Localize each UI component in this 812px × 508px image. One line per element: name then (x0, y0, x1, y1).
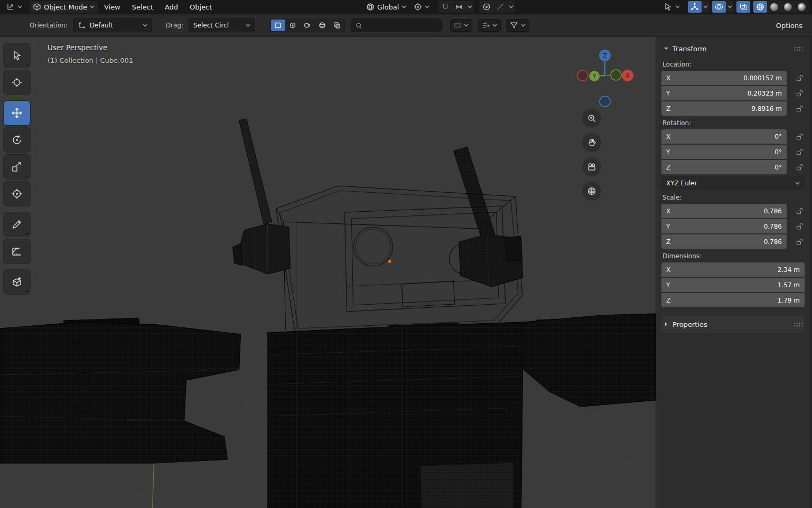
select-mode-new-button[interactable] (271, 20, 285, 31)
panel-grip-icon[interactable] (794, 46, 802, 51)
tool-add-cube[interactable] (4, 270, 30, 294)
tool-annotate[interactable] (4, 212, 30, 237)
select-mode-subtract-button[interactable] (301, 20, 315, 31)
tool-transform[interactable] (4, 182, 30, 206)
menu-view[interactable]: View (99, 2, 126, 13)
move-icon (11, 107, 23, 119)
lock-icon[interactable] (796, 89, 804, 97)
lock-icon[interactable] (796, 74, 804, 82)
location-y-row: Y 0.20323 m (661, 86, 805, 100)
tool-measure[interactable] (4, 239, 30, 264)
show-overlays-toggle[interactable] (712, 1, 726, 13)
location-z-field[interactable]: Z 9.8916 m (661, 101, 787, 116)
tool-cursor[interactable] (4, 70, 30, 95)
falloff-dropdown-arrow[interactable] (507, 5, 515, 8)
xray-group (736, 1, 751, 13)
options-button[interactable]: Options (771, 20, 808, 32)
viewport-3d[interactable]: User Perspective (1) Collection | Cube.0… (0, 37, 656, 508)
object-mode-dropdown[interactable]: Object Mode (30, 1, 98, 13)
shading-material-button[interactable] (781, 1, 795, 13)
filter-dropdown[interactable] (506, 19, 529, 32)
drag-mode-dropdown[interactable]: Select Circl (189, 18, 255, 32)
display-mode-dropdown[interactable] (478, 19, 501, 32)
select-intersect-icon (333, 22, 341, 29)
search-input[interactable] (366, 22, 437, 29)
panel-grip-icon[interactable] (794, 322, 802, 327)
dimensions-z-row: Z 1.79 m (661, 293, 805, 307)
transform-panel-title: Transform (673, 45, 707, 53)
object-visibility-dropdown[interactable] (661, 1, 683, 13)
pivot-point-dropdown[interactable] (410, 1, 433, 13)
zoom-button[interactable] (582, 109, 601, 128)
rotation-x-field[interactable]: X 0° (661, 129, 787, 144)
menu-add[interactable]: Add (160, 2, 183, 13)
rotation-label: Rotation: (662, 119, 805, 127)
lock-icon[interactable] (796, 238, 804, 246)
lock-icon[interactable] (796, 222, 804, 230)
perspective-toggle-button[interactable] (582, 182, 601, 201)
snap-toggle-button[interactable] (438, 1, 452, 13)
tool-scale[interactable] (4, 155, 30, 179)
shading-solid-button[interactable] (767, 1, 781, 13)
scale-y-field[interactable]: Y 0.786 (661, 219, 787, 233)
lock-icon[interactable] (796, 207, 804, 215)
lock-icon[interactable] (796, 105, 804, 112)
transform-orientation-dropdown[interactable]: Global (363, 1, 409, 13)
snap-settings-dropdown[interactable] (452, 1, 466, 13)
gizmo-minus-z-ball[interactable] (600, 96, 610, 107)
object-mode-label: Object Mode (44, 3, 87, 11)
menu-select[interactable]: Select (127, 2, 158, 13)
gizmo-minus-x-ball[interactable] (577, 70, 588, 81)
lock-icon[interactable] (796, 163, 804, 171)
transform-panel-header[interactable]: Transform (661, 40, 805, 57)
axis-navigation-gizmo[interactable]: Z Y X (573, 42, 639, 110)
extra-dropdown[interactable] (450, 19, 472, 32)
gizmo-y-label: Y (592, 73, 596, 80)
gizmo-minus-y-ball[interactable] (611, 70, 621, 80)
proportional-edit-toggle[interactable] (480, 1, 493, 13)
shading-mode-group (753, 1, 809, 13)
menu-object[interactable]: Object (184, 2, 217, 13)
shading-rendered-button[interactable] (795, 1, 808, 13)
rotation-z-field[interactable]: Z 0° (661, 160, 787, 174)
select-mode-invert-button[interactable] (315, 20, 330, 31)
dimensions-z-field[interactable]: Z 1.79 m (661, 293, 805, 307)
show-gizmos-group (687, 1, 710, 13)
orientation-dropdown[interactable]: Default (73, 18, 152, 32)
scale-z-field[interactable]: Z 0.786 (661, 234, 787, 249)
pan-button[interactable] (582, 133, 601, 152)
overlays-dropdown-arrow[interactable] (726, 5, 733, 8)
select-mode-extend-button[interactable] (286, 20, 300, 31)
tool-tweak-select[interactable] (4, 43, 30, 68)
viewport-nav-buttons (582, 109, 601, 201)
properties-panel-title: Properties (673, 321, 707, 328)
camera-view-button[interactable] (582, 157, 601, 176)
search-field[interactable] (351, 18, 442, 32)
shading-wireframe-button[interactable] (753, 1, 767, 13)
location-y-field[interactable]: Y 0.20323 m (661, 86, 787, 100)
dimensions-y-field[interactable]: Y 1.57 m (661, 278, 805, 292)
show-gizmos-toggle[interactable] (688, 1, 702, 13)
properties-panel-header[interactable]: Properties (661, 316, 805, 333)
location-z-row: Z 9.8916 m (661, 101, 805, 116)
gizmos-dropdown-arrow[interactable] (702, 5, 709, 8)
lock-icon[interactable] (796, 148, 804, 156)
dimensions-x-field[interactable]: X 2.34 m (661, 262, 805, 277)
wireframe-scene[interactable] (0, 37, 656, 508)
location-x-field[interactable]: X 0.000157 m (661, 71, 787, 85)
tool-settings-bar: Orientation: Default Drag: Select Circl (0, 14, 812, 37)
lock-icon[interactable] (796, 133, 804, 140)
snap-dropdown-arrow[interactable] (466, 5, 473, 8)
panel-scrollbar[interactable] (809, 37, 812, 508)
rotation-y-field[interactable]: Y 0° (661, 145, 787, 159)
falloff-dropdown[interactable] (493, 1, 507, 13)
scale-x-field[interactable]: X 0.786 (661, 204, 787, 218)
select-mode-intersect-button[interactable] (330, 20, 344, 31)
tool-rotate[interactable] (4, 128, 30, 152)
rotation-mode-dropdown[interactable]: XYZ Euler (661, 176, 805, 190)
tool-move[interactable] (4, 101, 30, 125)
editor-type-dropdown[interactable] (3, 1, 25, 13)
material-sphere-icon (784, 3, 792, 11)
cube-icon (33, 3, 41, 11)
xray-toggle[interactable] (736, 1, 750, 13)
